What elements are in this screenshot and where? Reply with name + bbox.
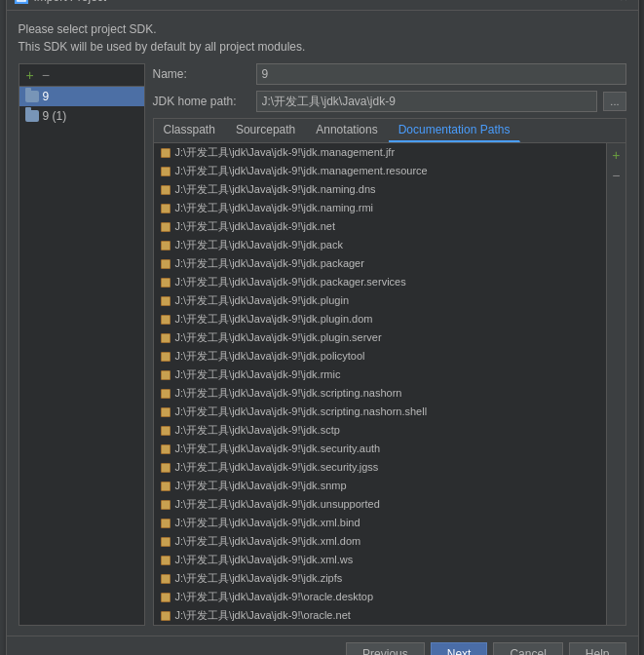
- file-list: J:\开发工具\jdk\Java\jdk-9!\jdk.management.j…: [154, 143, 607, 625]
- list-item[interactable]: J:\开发工具\jdk\Java\jdk-9!\jdk.security.jgs…: [154, 458, 607, 477]
- dialog-icon: [15, 0, 28, 4]
- jar-icon: [160, 166, 171, 177]
- jar-icon: [160, 462, 171, 474]
- add-sdk-button[interactable]: +: [23, 66, 37, 84]
- tab-documentation-paths[interactable]: Documentation Paths: [389, 119, 521, 142]
- name-field-row: Name:: [153, 63, 626, 85]
- jar-icon: [160, 573, 171, 585]
- next-button[interactable]: Next: [431, 642, 488, 655]
- dialog-footer: Previous Next Cancel Help: [7, 636, 638, 655]
- jar-icon: [160, 555, 171, 566]
- help-button[interactable]: Help: [569, 642, 626, 655]
- list-item[interactable]: J:\开发工具\jdk\Java\jdk-9!\jdk.sctp: [154, 421, 607, 440]
- tab-sourcepath[interactable]: Sourcepath: [226, 119, 306, 142]
- file-path: J:\开发工具\jdk\Java\jdk-9!\jdk.scripting.na…: [175, 386, 402, 401]
- jar-icon: [160, 258, 171, 270]
- file-path: J:\开发工具\jdk\Java\jdk-9!\oracle.desktop: [175, 590, 374, 604]
- list-item[interactable]: J:\开发工具\jdk\Java\jdk-9!\jdk.xml.ws: [154, 551, 607, 569]
- tree-item-label: 9 (1): [43, 109, 67, 123]
- description: Please select project SDK. This SDK will…: [19, 20, 626, 56]
- jar-icon: [160, 277, 171, 289]
- list-item[interactable]: J:\开发工具\jdk\Java\jdk-9!\jdk.plugin: [154, 291, 607, 310]
- list-item[interactable]: J:\开发工具\jdk\Java\jdk-9!\jdk.policytool: [154, 347, 607, 366]
- tab-annotations[interactable]: Annotations: [306, 119, 388, 142]
- folder-icon: [25, 110, 39, 122]
- jar-icon: [160, 314, 171, 326]
- svg-rect-0: [18, 0, 25, 1]
- file-path: J:\开发工具\jdk\Java\jdk-9!\jdk.plugin: [175, 293, 350, 308]
- jar-icon: [160, 388, 171, 400]
- remove-sdk-button[interactable]: −: [39, 66, 53, 84]
- jdk-path-input[interactable]: [256, 91, 598, 112]
- tree-item-0[interactable]: 9: [19, 87, 144, 106]
- list-item[interactable]: J:\开发工具\jdk\Java\jdk-9!\jdk.packager.ser…: [154, 273, 607, 291]
- list-item[interactable]: J:\开发工具\jdk\Java\jdk-9!\oracle.net: [154, 606, 607, 625]
- browse-button[interactable]: ...: [603, 92, 625, 111]
- jar-icon: [160, 592, 171, 603]
- list-item[interactable]: J:\开发工具\jdk\Java\jdk-9!\jdk.packager: [154, 254, 607, 273]
- jar-icon: [160, 369, 171, 381]
- jar-icon: [160, 536, 171, 548]
- list-item[interactable]: J:\开发工具\jdk\Java\jdk-9!\jdk.unsupported: [154, 495, 607, 514]
- jar-icon: [160, 406, 171, 418]
- list-item[interactable]: J:\开发工具\jdk\Java\jdk-9!\jdk.rmic: [154, 366, 607, 384]
- file-path: J:\开发工具\jdk\Java\jdk-9!\jdk.scripting.na…: [175, 405, 428, 419]
- sdk-tree: 99 (1): [19, 87, 144, 126]
- add-path-button[interactable]: +: [609, 145, 623, 166]
- import-project-dialog: Import Project × Please select project S…: [6, 0, 639, 655]
- jar-icon: [160, 203, 171, 214]
- left-panel: + − 99 (1): [19, 63, 145, 626]
- file-path: J:\开发工具\jdk\Java\jdk-9!\jdk.naming.dns: [175, 182, 376, 197]
- list-item[interactable]: J:\开发工具\jdk\Java\jdk-9!\jdk.naming.dns: [154, 180, 607, 199]
- tab-classpath[interactable]: Classpath: [154, 119, 226, 142]
- file-path: J:\开发工具\jdk\Java\jdk-9!\jdk.plugin.serve…: [175, 330, 382, 345]
- remove-path-button[interactable]: −: [609, 166, 623, 186]
- list-item[interactable]: J:\开发工具\jdk\Java\jdk-9!\jdk.management.j…: [154, 143, 607, 162]
- cancel-button[interactable]: Cancel: [493, 642, 562, 655]
- list-item[interactable]: J:\开发工具\jdk\Java\jdk-9!\jdk.scripting.na…: [154, 384, 607, 403]
- side-toolbar: + −: [606, 143, 625, 625]
- list-item[interactable]: J:\开发工具\jdk\Java\jdk-9!\jdk.xml.dom: [154, 532, 607, 551]
- file-path: J:\开发工具\jdk\Java\jdk-9!\jdk.security.jgs…: [175, 460, 379, 475]
- main-content: + − 99 (1) Name: JDK home path: ...: [19, 63, 626, 626]
- desc-line1: Please select project SDK.: [19, 20, 626, 38]
- close-button[interactable]: ×: [618, 0, 629, 4]
- list-item[interactable]: J:\开发工具\jdk\Java\jdk-9!\jdk.zipfs: [154, 569, 607, 588]
- name-input[interactable]: [256, 63, 626, 85]
- left-toolbar: + −: [19, 64, 144, 87]
- list-item[interactable]: J:\开发工具\jdk\Java\jdk-9!\jdk.plugin.dom: [154, 310, 607, 328]
- jar-icon: [160, 147, 171, 159]
- list-item[interactable]: J:\开发工具\jdk\Java\jdk-9!\jdk.security.aut…: [154, 440, 607, 458]
- file-path: J:\开发工具\jdk\Java\jdk-9!\jdk.policytool: [175, 349, 365, 364]
- list-item[interactable]: J:\开发工具\jdk\Java\jdk-9!\jdk.net: [154, 217, 607, 236]
- jar-icon: [160, 295, 171, 307]
- jar-icon: [160, 425, 171, 437]
- list-item[interactable]: J:\开发工具\jdk\Java\jdk-9!\jdk.xml.bind: [154, 514, 607, 532]
- list-item[interactable]: J:\开发工具\jdk\Java\jdk-9!\oracle.desktop: [154, 588, 607, 606]
- file-path: J:\开发工具\jdk\Java\jdk-9!\jdk.zipfs: [175, 571, 343, 586]
- file-path: J:\开发工具\jdk\Java\jdk-9!\jdk.net: [175, 219, 335, 234]
- name-label: Name:: [153, 67, 250, 81]
- jar-icon: [160, 240, 171, 251]
- file-path: J:\开发工具\jdk\Java\jdk-9!\jdk.management.j…: [175, 145, 396, 160]
- list-item[interactable]: J:\开发工具\jdk\Java\jdk-9!\jdk.plugin.serve…: [154, 328, 607, 347]
- dialog-body: Please select project SDK. This SDK will…: [7, 11, 638, 636]
- jar-icon: [160, 518, 171, 529]
- jdk-path-label: JDK home path:: [153, 95, 250, 108]
- previous-button[interactable]: Previous: [346, 642, 425, 655]
- title-bar-left: Import Project: [15, 0, 107, 4]
- file-path: J:\开发工具\jdk\Java\jdk-9!\jdk.rmic: [175, 367, 341, 382]
- list-item[interactable]: J:\开发工具\jdk\Java\jdk-9!\jdk.naming.rmi: [154, 199, 607, 217]
- file-path: J:\开发工具\jdk\Java\jdk-9!\jdk.xml.ws: [175, 553, 354, 567]
- right-panel: Name: JDK home path: ... ClasspathSource…: [153, 63, 626, 626]
- jar-icon: [160, 499, 171, 511]
- list-item[interactable]: J:\开发工具\jdk\Java\jdk-9!\jdk.pack: [154, 236, 607, 254]
- list-item[interactable]: J:\开发工具\jdk\Java\jdk-9!\jdk.snmp: [154, 477, 607, 495]
- list-item[interactable]: J:\开发工具\jdk\Java\jdk-9!\jdk.scripting.na…: [154, 403, 607, 421]
- title-bar: Import Project ×: [7, 0, 638, 11]
- list-item[interactable]: J:\开发工具\jdk\Java\jdk-9!\jdk.management.r…: [154, 162, 607, 180]
- tree-item-1[interactable]: 9 (1): [19, 106, 144, 126]
- jar-icon: [160, 443, 171, 455]
- jar-icon: [160, 481, 171, 492]
- file-path: J:\开发工具\jdk\Java\jdk-9!\jdk.naming.rmi: [175, 201, 374, 215]
